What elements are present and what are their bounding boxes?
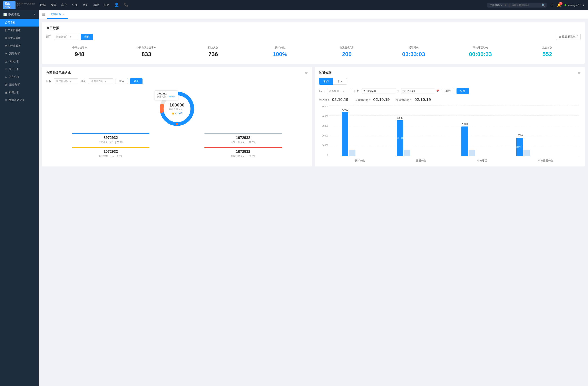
goal-stat-3: 1072932 超额完成（元）｜89.9% [179, 147, 308, 158]
stat-label-6: 平均通话时长 [449, 46, 512, 49]
stat-value-5: 03:33:03 [382, 51, 445, 58]
nav-data[interactable]: 数据 [40, 2, 46, 8]
settings-display-btn[interactable]: ⚙ 设置显示指标 [556, 34, 581, 40]
sidebar-item-cost[interactable]: ◎ 成本分析 [0, 58, 39, 65]
comms-tab-person[interactable]: 个人 [333, 78, 347, 85]
goal-stat-label-3: 超额完成（元）｜89.9% [179, 155, 308, 158]
comms-tab-dept[interactable]: 部门 [319, 78, 333, 85]
nav-enroll[interactable]: 报名 [104, 2, 109, 8]
date-range: 至 📅 [362, 89, 439, 94]
grid-line-2 [329, 126, 579, 126]
tooltip-pct-row: 所占比例： 70.9% [157, 95, 175, 98]
sidebar-item-data-flow[interactable]: ⊞ 数据流转记录 [0, 96, 39, 104]
nav-customers[interactable]: 客户 [61, 2, 67, 8]
stat-value-2: 736 [182, 51, 245, 58]
today-section-title: 今日数据 [46, 26, 581, 30]
logo: 云朵CRM 教育机构一站式服务云平台 [3, 1, 36, 9]
goal-stats-grid: 8972932 已完成量（元）｜70.9% 1072932 未完成量（元）｜20… [46, 133, 308, 158]
sidebar-item-promo-manager[interactable]: 推广主管看板 [0, 26, 39, 34]
sidebar-item-promo[interactable]: ⊙ 推广分析 [0, 65, 39, 73]
goal-stat-value-1: 1072932 [179, 136, 308, 140]
tooltip-pct: 70.9% [169, 95, 175, 98]
phone-icon[interactable]: 📞 [124, 2, 128, 8]
donut-value: 100000 [169, 102, 185, 108]
bar-3-pct: 有效接通率：70.9% [511, 145, 529, 148]
thumb-icon: 👍 [171, 112, 174, 115]
y-axis: 50000 40000 30000 20000 10000 0 [319, 105, 328, 156]
search-input[interactable] [512, 4, 540, 6]
donut-tooltip: 1072932 所占比例： 70.9% [155, 90, 178, 100]
comms-stat-label-0: 通话时长 [319, 98, 330, 102]
stat-value-6: 00:00:33 [449, 51, 512, 58]
dept-select[interactable]: 请选择部门 ▼ [54, 34, 78, 40]
goal-refresh-icon[interactable]: ⟳ [305, 71, 308, 75]
stat-label-5: 通话时长 [382, 46, 445, 49]
period-filter-label: 周期 [81, 79, 86, 83]
nav-sea[interactable]: 公海 [72, 2, 78, 8]
sidebar-item-company-board[interactable]: 公司看板 [0, 19, 39, 26]
comms-stat-label-2: 平均通话时长 [396, 98, 412, 102]
cost-icon: ◎ [5, 60, 7, 63]
comms-query-btn[interactable]: 查询 [457, 88, 469, 94]
goal-reset-btn[interactable]: 重置 [116, 78, 128, 84]
nav-ops[interactable]: 运营 [93, 2, 99, 8]
date-to-input[interactable] [401, 89, 435, 94]
stat-talk-duration: 通话时长 03:33:03 [380, 44, 447, 59]
dept-select-text: 请选择部门 [56, 35, 68, 39]
date-from-input[interactable] [362, 89, 396, 94]
sidebar-item-sales-manager[interactable]: 销售主管看板 [0, 34, 39, 42]
tab-close-icon[interactable]: ✕ [63, 13, 64, 16]
sidebar-item-funnel[interactable]: ⛛ 漏斗分析 [0, 50, 39, 58]
today-filter-left: 部门 请选择部门 ▼ 查询 [46, 34, 93, 40]
comms-dept-select[interactable]: 请选择部门 ▼ [327, 88, 351, 94]
sidebar-collapse-icon[interactable]: ∧ [34, 13, 36, 16]
tab-company-board[interactable]: 公司看板 ✕ [47, 10, 68, 19]
sidebar-item-channel[interactable]: ⌘ 渠道分析 [0, 81, 39, 89]
bar-3-light [524, 150, 530, 156]
stat-value-4: 200 [315, 51, 378, 58]
sidebar-item-customer-manager[interactable]: 客户经理看板 [0, 42, 39, 50]
logo-name: 云朵CRM [4, 2, 14, 9]
comms-dept-arrow: ▼ [343, 90, 345, 92]
x-label-3: 有效接通次数 [538, 159, 553, 162]
search-type-select[interactable]: 手机号码 [489, 3, 503, 7]
goal-select[interactable]: 请选择目标 ▼ [54, 78, 78, 84]
stat-label-2: 回访人数 [182, 46, 245, 49]
sidebar-section-header[interactable]: 📊 数据看板 ∧ [0, 10, 39, 19]
tab-menu-icon[interactable]: ☰ [42, 12, 45, 16]
user-info[interactable]: manager11 ▼ [565, 4, 585, 7]
sidebar-item-label: 销售主管看板 [5, 36, 21, 40]
settings-label: 设置显示指标 [562, 35, 578, 39]
comms-filter: 部门 请选择部门 ▼ 日期 至 📅 重置 查询 [319, 88, 581, 94]
person-icon[interactable]: 👤 [114, 2, 119, 8]
donut-center: 100000 目标总量（元） 👍 已达成 [169, 102, 185, 115]
goal-query-btn[interactable]: 查询 [130, 78, 143, 84]
stat-avg-duration: 平均通话时长 00:00:33 [447, 44, 514, 59]
user-dropdown-icon[interactable]: ▼ [582, 4, 585, 7]
calendar-icon[interactable]: 📅 [436, 90, 439, 92]
comms-reset-btn[interactable]: 重置 [442, 88, 454, 94]
stat-valid-calls: 有效通话次数 200 [314, 44, 380, 59]
y-label-3: 20000 [319, 135, 328, 137]
bar-2-label: 29000 [462, 123, 468, 125]
comms-stat-val-2: 02:10:19 [415, 97, 431, 102]
bar-3-main: 有效接通率：70.9% 18000 [516, 138, 523, 156]
bar-2-blue [462, 127, 468, 156]
comms-refresh-icon[interactable]: ⟳ [578, 71, 581, 75]
search-icon[interactable]: 🔍 [542, 3, 545, 7]
bar-2-main: 29000 [462, 127, 468, 156]
period-select[interactable]: 请选择周期 ▼ [89, 78, 113, 84]
goal-filters: 目标 请选择目标 ▼ 周期 请选择周期 ▼ 重置 查询 [46, 78, 308, 84]
monitor-icon[interactable]: 🖥 [550, 3, 553, 7]
today-query-btn[interactable]: 查询 [81, 34, 93, 40]
period-select-arrow: ▼ [104, 80, 106, 82]
nav-leads[interactable]: 线索 [51, 2, 56, 8]
nav-finance[interactable]: 财务 [83, 2, 88, 8]
data-flow-icon: ⊞ [5, 99, 7, 102]
sidebar-section-dashboard: 📊 数据看板 ∧ 公司看板 推广主管看板 销售主管看板 客户经理看板 ⛛ 漏斗分… [0, 10, 39, 104]
sidebar-item-visitor[interactable]: ◈ 访客分析 [0, 73, 39, 81]
sidebar-item-sales[interactable]: ◉ 销售分析 [0, 89, 39, 96]
bar-0-light [349, 150, 356, 156]
stat-label-4: 有效通话次数 [315, 46, 378, 49]
notification-icon[interactable]: 🔔 5 [557, 3, 561, 7]
